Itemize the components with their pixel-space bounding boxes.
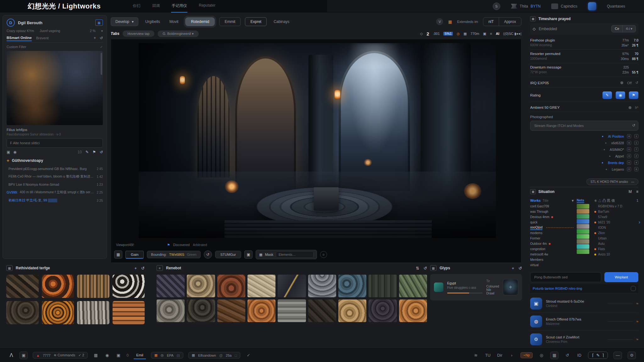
texture-tile[interactable] [42, 275, 74, 298]
works-row[interactable]: Former [530, 236, 574, 241]
thumbnail-scrollbar[interactable] [101, 53, 102, 75]
send-icon[interactable]: ⚑ [92, 150, 96, 154]
columns-next-arrow-icon[interactable]: › [639, 219, 640, 225]
lines-icon[interactable]: ≋ [473, 352, 479, 359]
film-icon[interactable]: ▦ [464, 32, 467, 36]
embedded-segment[interactable]: Ce 4-i ▾ [611, 25, 636, 32]
layer-count-a[interactable]: 0 [627, 154, 631, 158]
account-label[interactable]: Quantases [607, 4, 625, 8]
dir-icon[interactable]: Dir [497, 352, 503, 359]
menu-item[interactable]: 回调 [152, 0, 160, 13]
commands-group[interactable]: ▲ 7777 ≋ Commands ✓ 2 [33, 352, 87, 359]
menu-item[interactable]: 手记用仪 [171, 0, 187, 13]
texture-tile[interactable] [399, 299, 427, 322]
detail-row[interactable]: Avizs 10 [594, 252, 638, 257]
layer-count-a[interactable]: ii [627, 161, 631, 165]
snapshot-icon[interactable]: ▦ [114, 250, 122, 259]
asset-item-spark-icon[interactable]: ≈ [636, 319, 638, 324]
detail-row[interactable]: Flats [594, 246, 638, 252]
user-avatar[interactable]: S [493, 3, 500, 10]
layer-count-b[interactable]: 1 [634, 141, 638, 145]
renebot-sort-icon[interactable]: ⇅ [416, 266, 419, 271]
detail-row[interactable]: Zlion [594, 230, 638, 236]
works-row[interactable]: metrosoft 4w [530, 252, 574, 257]
rating-shirt-icon[interactable]: ◉ [616, 91, 625, 99]
texture-tile[interactable] [77, 275, 109, 298]
irq-curve-icon[interactable]: ↺ [636, 81, 638, 85]
works-row[interactable]: quick [530, 220, 574, 225]
property-row[interactable]: Downturn message 72°W green 225 22m 55 ¶ [530, 63, 638, 77]
situation-menu-icon[interactable]: ≡ [636, 189, 638, 194]
texture-tile[interactable] [157, 275, 185, 297]
version-icon[interactable]: V [436, 18, 443, 25]
bounding-group[interactable]: Bounding: TWx686S Green [147, 251, 200, 258]
render-mode-segment[interactable]: nlT Approx [483, 17, 521, 26]
property-row[interactable]: Resorter permuted 1000amond 97% 70 30ms … [530, 50, 638, 63]
layer-count-b[interactable]: 1 [634, 134, 638, 138]
works-row[interactable]: was Through [530, 209, 574, 214]
net-chip[interactable] [577, 219, 589, 224]
tu-icon[interactable]: TU [485, 352, 491, 359]
arrow-icon[interactable]: › [508, 352, 515, 359]
image-view-icon[interactable]: ▦ [95, 19, 103, 26]
history-item[interactable]: 初相日本22 甲立/毛·里, 99 ▒▒▒▒ 3 25 [7, 197, 103, 204]
texture-tile[interactable] [338, 275, 366, 297]
embedded-seg-b[interactable]: 4-i ▾ [622, 25, 636, 32]
works-dropdown-icon[interactable]: ▾ [572, 199, 574, 203]
works-row[interactable]: Devious 4mm [530, 214, 574, 220]
pie-icon[interactable]: ◎ [538, 352, 545, 359]
history-item[interactable]: Prevident pEEcogg-senumond GB Bis NfBhas… [7, 165, 103, 172]
export-button[interactable]: Expret [245, 17, 267, 26]
emil-tab[interactable]: Emil [134, 352, 146, 359]
texture-tile[interactable] [187, 275, 215, 297]
weplant-button[interactable]: Weplant [604, 272, 638, 282]
works-row[interactable]: conf.Garz709 [530, 204, 574, 209]
target-icon[interactable]: ○ [320, 251, 327, 258]
texture-tile[interactable] [247, 275, 275, 297]
photographed-refresh-icon[interactable]: ↺ [632, 123, 635, 128]
nav-cluster[interactable]: ⟨(0)SC ▮●●| [503, 32, 521, 36]
detail-row[interactable]: RGBHDWa v 7 D [594, 204, 638, 209]
minimize-icon[interactable]: — [613, 352, 622, 359]
photographed-input[interactable] [530, 121, 638, 131]
texture-tile[interactable] [77, 301, 109, 324]
history-item[interactable]: GV999: 400 m till i Matommune f 立期值 smyg… [7, 189, 103, 196]
clone-icon[interactable]: ▣ [244, 250, 253, 259]
plugins-block[interactable]: Capindics [551, 3, 577, 9]
nets-header[interactable]: Nets [577, 198, 584, 203]
loop-icon[interactable]: ↺ [564, 352, 570, 359]
ring-icon[interactable]: ◎ [457, 32, 460, 36]
texture-tile[interactable] [278, 299, 306, 322]
meta-chevron-icon[interactable]: ▾ [101, 29, 103, 33]
add-icon[interactable]: + [94, 36, 96, 40]
embedded-seg-a[interactable]: Ce [612, 25, 622, 32]
stumgur-button[interactable]: STUMGur [215, 251, 242, 258]
refresh-icon[interactable]: ↺ [100, 150, 103, 154]
undo-icon[interactable]: ↺ [100, 36, 103, 40]
package-icon[interactable]: ▣ [115, 352, 122, 359]
menu-item[interactable]: Reputater [198, 0, 216, 13]
prompt-input[interactable] [7, 138, 103, 148]
layer-row[interactable]: ● x6d6328 8 1 [605, 140, 638, 146]
right-search-input[interactable] [530, 272, 601, 282]
clip-bracket-group[interactable]: ⌈ ✎ ⌉ [588, 352, 608, 359]
viewport-pill-hoverview[interactable]: Hoverview tap [123, 30, 155, 37]
texture-tile[interactable] [157, 299, 185, 322]
ambient-toggle-dot[interactable] [629, 106, 631, 109]
works-row[interactable]: virtual [530, 262, 574, 268]
pencil-icon[interactable]: ✎ [86, 150, 89, 154]
trash-icon[interactable]: ▣ [19, 352, 28, 359]
undo-round-icon[interactable]: ↺ [204, 250, 212, 259]
layer-count-b[interactable]: 4 [634, 161, 638, 165]
import-button[interactable]: Emmit [219, 17, 241, 26]
detail-row[interactable]: 57xw9 [594, 214, 638, 220]
texture-tile[interactable] [6, 275, 39, 298]
net-chip[interactable] [577, 229, 589, 234]
layer-count-a[interactable]: 0 [627, 167, 631, 171]
rating-brush-icon[interactable]: ✎ [602, 91, 612, 99]
net-chip[interactable] [577, 244, 589, 249]
detail-header-icons[interactable]: ⊕ △ 凸 毘 借 [594, 198, 615, 203]
detail-row[interactable]: IODN [594, 225, 638, 230]
epa-group[interactable]: ▦ ◎ EPA (i) [151, 352, 183, 359]
texture-tile[interactable] [308, 299, 336, 322]
